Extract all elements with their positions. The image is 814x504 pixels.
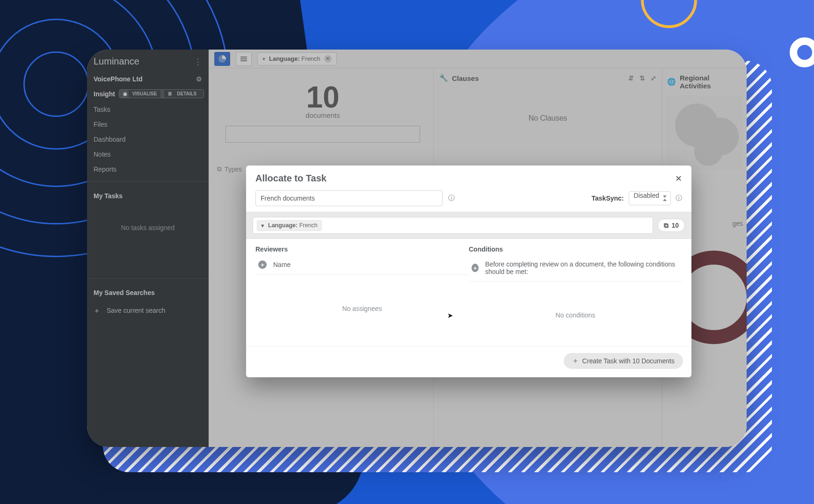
task-name-input[interactable]	[255, 190, 443, 206]
conditions-heading: Conditions	[469, 245, 682, 253]
add-reviewer-icon[interactable]: +	[258, 260, 267, 269]
reviewers-heading: Reviewers	[255, 245, 469, 253]
reviewers-empty: No assignees	[255, 305, 469, 312]
modal-title: Allocate to Task	[255, 173, 327, 184]
doc-count-pill[interactable]: ⧉ 10	[658, 219, 685, 232]
tasksync-info-icon[interactable]: ⓘ	[676, 194, 682, 202]
conditions-empty: No conditions	[469, 311, 682, 319]
create-task-button[interactable]: ＋ Create Task with 10 Documents	[564, 353, 683, 369]
tasksync-value: Disabled	[634, 192, 659, 199]
modal-filter-bar: ▾ Language: French ⧉ 10	[246, 212, 691, 239]
modal-filter-value: French	[299, 222, 318, 229]
add-condition-icon[interactable]: +	[472, 264, 479, 272]
allocate-task-modal: Allocate to Task ✕ ⓘ TaskSync: Disabled …	[246, 166, 691, 377]
reviewers-name-label: Name	[273, 261, 291, 268]
tasksync-select[interactable]: Disabled	[629, 191, 671, 205]
plus-icon: ＋	[572, 357, 579, 365]
funnel-icon: ▾	[261, 222, 264, 229]
modal-close-icon[interactable]: ✕	[675, 173, 682, 184]
modal-filter-chip[interactable]: ▾ Language: French	[257, 220, 322, 231]
copy-icon: ⧉	[664, 222, 669, 230]
app-window: Luminance ⋮ VoicePhone Ltd ⚙ Insight ◉ V…	[87, 50, 747, 447]
stage: Luminance ⋮ VoicePhone Ltd ⚙ Insight ◉ V…	[0, 0, 814, 504]
task-name-info-icon[interactable]: ⓘ	[448, 194, 455, 202]
conditions-lead: Before completing review on a document, …	[485, 260, 681, 275]
modal-filter-label: Language:	[268, 222, 298, 229]
doc-count: 10	[671, 222, 679, 229]
tasksync-label: TaskSync:	[592, 194, 624, 202]
create-task-label: Create Task with 10 Documents	[582, 357, 675, 365]
conditions-column: Conditions + Before completing review on…	[469, 245, 682, 344]
modal-filter-container[interactable]: ▾ Language: French	[253, 217, 653, 234]
reviewers-column: Reviewers + Name No assignees	[255, 245, 469, 344]
